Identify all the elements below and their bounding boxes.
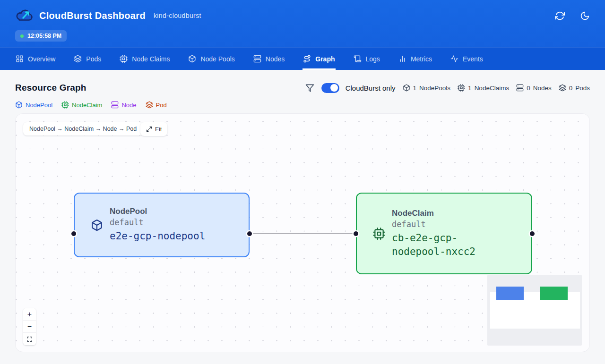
tab-label: Metrics <box>411 55 432 63</box>
package-icon <box>403 84 410 92</box>
tab-node-pools[interactable]: Node Pools <box>188 48 235 70</box>
tab-label: Node Pools <box>200 55 234 63</box>
layers-icon <box>559 84 566 92</box>
legend-node: Node <box>111 101 136 109</box>
count-value: 0 <box>569 85 573 92</box>
cloud-rocket-icon <box>15 8 33 24</box>
graph-node-nodeclaim[interactable]: NodeClaim default cb-e2e-gcp-nodepool-nx… <box>356 193 532 274</box>
legend-label: Pod <box>156 102 167 109</box>
fullscreen-button[interactable] <box>23 333 36 345</box>
funnel-icon[interactable] <box>305 84 314 93</box>
fit-button-label: Fit <box>155 126 162 133</box>
tab-label: Logs <box>366 55 380 63</box>
graph-legend: NodePool NodeClaim Node Pod <box>15 101 590 109</box>
tab-label: Events <box>463 55 483 63</box>
handle-nodeclaim-left[interactable] <box>354 231 358 236</box>
server-icon <box>253 55 261 63</box>
cpu-icon <box>61 101 69 109</box>
activity-icon <box>450 55 458 63</box>
tab-events[interactable]: Events <box>450 48 484 70</box>
cpu-icon <box>373 228 385 240</box>
legend-nodeclaim: NodeClaim <box>61 101 102 109</box>
nodepools-count: 1 NodePools <box>403 84 451 92</box>
handle-nodeclaim-right[interactable] <box>530 231 535 236</box>
package-icon <box>15 101 23 109</box>
scroll-icon <box>354 55 362 63</box>
tab-logs[interactable]: Logs <box>353 48 380 70</box>
node-namespace: default <box>392 220 508 229</box>
layers-icon <box>146 101 153 109</box>
cloudburst-only-toggle[interactable] <box>321 83 339 93</box>
zoom-controls: + − <box>23 308 36 345</box>
minimap-nodeclaim-rect <box>540 287 568 300</box>
legend-pod: Pod <box>146 101 167 109</box>
node-name: cb-e2e-gcp-nodepool-nxcc2 <box>392 231 508 259</box>
route-icon <box>303 55 311 63</box>
count-label: Pods <box>575 85 590 92</box>
package-icon <box>188 55 196 63</box>
node-kind: NodePool <box>110 207 205 216</box>
theme-toggle-button[interactable] <box>580 11 590 21</box>
pods-count: 0 Pods <box>559 84 590 92</box>
tab-label: Node Claims <box>132 55 170 63</box>
cpu-icon <box>458 84 465 92</box>
handle-nodepool-left[interactable] <box>71 231 76 236</box>
layers-icon <box>74 55 82 63</box>
count-value: 0 <box>527 85 530 92</box>
graph-canvas[interactable]: NodePool → NodeClaim → Node → Pod Fit No… <box>15 113 590 352</box>
legend-nodepool: NodePool <box>15 101 52 109</box>
tab-label: Pods <box>86 55 101 63</box>
main-nav: Overview Pods Node Claims Node Pools Nod… <box>0 47 605 70</box>
legend-label: Node <box>121 102 136 109</box>
tab-node-claims[interactable]: Node Claims <box>119 48 170 70</box>
zoom-in-button[interactable]: + <box>23 308 36 321</box>
node-namespace: default <box>110 218 205 227</box>
page-title: Resource Graph <box>15 83 86 93</box>
graph-node-nodepool[interactable]: NodePool default e2e-gcp-nodepool <box>74 193 250 257</box>
fullscreen-icon <box>26 336 33 342</box>
tab-pods[interactable]: Pods <box>73 48 102 70</box>
zoom-out-button[interactable]: − <box>23 321 36 333</box>
live-status-dot <box>20 34 24 38</box>
moon-icon <box>580 11 590 21</box>
legend-label: NodeClaim <box>72 102 102 109</box>
server-icon <box>111 101 119 109</box>
nodeclaims-count: 1 NodeClaims <box>458 84 509 92</box>
app-header: CloudBurst Dashboard kind-cloudburst 12:… <box>0 0 605 47</box>
count-value: 1 <box>468 85 472 92</box>
nodes-count: 0 Nodes <box>516 84 552 92</box>
toggle-label: CloudBurst only <box>346 84 396 92</box>
cluster-name: kind-cloudburst <box>154 12 201 19</box>
cpu-icon <box>120 55 128 63</box>
tab-label: Nodes <box>266 55 285 63</box>
count-label: Nodes <box>533 85 552 92</box>
toggle-knob <box>330 84 338 92</box>
tab-graph[interactable]: Graph <box>302 48 335 70</box>
refresh-icon <box>555 11 565 21</box>
last-updated-badge: 12:05:58 PM <box>15 30 67 42</box>
hierarchy-chip: NodePool → NodeClaim → Node → Pod <box>23 122 143 135</box>
last-updated-time: 12:05:58 PM <box>27 33 61 39</box>
bar-chart-icon <box>398 55 406 63</box>
minimap[interactable] <box>487 275 582 346</box>
edge-nodepool-to-nodeclaim <box>250 233 356 234</box>
fit-view-button[interactable]: Fit <box>140 122 167 136</box>
refresh-button[interactable] <box>555 11 565 21</box>
tab-metrics[interactable]: Metrics <box>398 48 432 70</box>
tab-overview[interactable]: Overview <box>15 48 56 70</box>
tab-nodes[interactable]: Nodes <box>253 48 285 70</box>
minimap-nodepool-rect <box>496 287 524 300</box>
count-label: NodePools <box>419 85 450 92</box>
tab-label: Overview <box>28 55 55 63</box>
server-icon <box>516 84 524 92</box>
legend-label: NodePool <box>26 102 52 109</box>
count-value: 1 <box>413 85 417 92</box>
handle-nodepool-right[interactable] <box>247 231 252 236</box>
dashboard-grid-icon <box>16 55 24 63</box>
node-name: e2e-gcp-nodepool <box>110 229 205 243</box>
graph-page: Resource Graph CloudBurst only 1 NodePoo… <box>0 70 605 352</box>
node-kind: NodeClaim <box>392 209 508 218</box>
app-title: CloudBurst Dashboard <box>39 10 146 21</box>
count-label: NodeClaims <box>475 85 510 92</box>
expand-arrows-icon <box>146 126 152 132</box>
